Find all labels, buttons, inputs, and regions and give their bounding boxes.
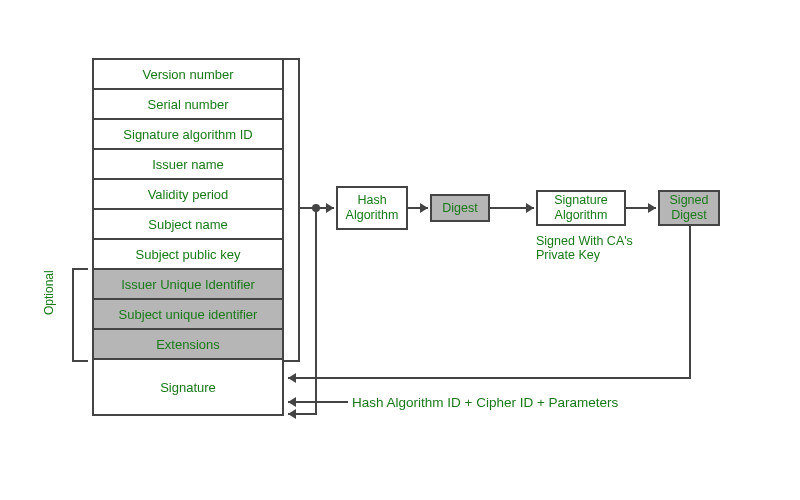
field-validity: Validity period [94, 178, 282, 208]
field-subject-pubkey: Subject public key [94, 238, 282, 268]
field-signature: Signature [94, 358, 282, 414]
field-issuer-uid: Issuer Unique Identifier [94, 268, 282, 298]
node-signature-algorithm: Signature Algorithm [536, 190, 626, 226]
svg-marker-4 [420, 203, 428, 213]
field-extensions: Extensions [94, 328, 282, 358]
field-issuer: Issuer name [94, 148, 282, 178]
svg-marker-11 [288, 397, 296, 407]
optional-bracket [72, 268, 88, 362]
node-signed-digest: Signed Digest [658, 190, 720, 226]
fields-group-bracket [284, 58, 300, 362]
svg-marker-12 [288, 409, 296, 419]
footer-label: Hash Algorithm ID + Cipher ID + Paramete… [352, 395, 618, 410]
certificate-fields-stack: Version number Serial number Signature a… [92, 58, 284, 416]
field-sig-alg-id: Signature algorithm ID [94, 118, 282, 148]
svg-marker-9 [288, 373, 296, 383]
svg-marker-6 [526, 203, 534, 213]
svg-marker-8 [648, 203, 656, 213]
field-subject-uid: Subject unique identifier [94, 298, 282, 328]
field-subject: Subject name [94, 208, 282, 238]
field-serial: Serial number [94, 88, 282, 118]
svg-point-0 [312, 204, 320, 212]
optional-label: Optional [42, 270, 56, 315]
node-digest: Digest [430, 194, 490, 222]
caption-signed-with-ca-key: Signed With CA's Private Key [536, 234, 633, 262]
node-hash-algorithm: Hash Algorithm [336, 186, 408, 230]
svg-marker-2 [326, 203, 334, 213]
field-version: Version number [94, 58, 282, 88]
